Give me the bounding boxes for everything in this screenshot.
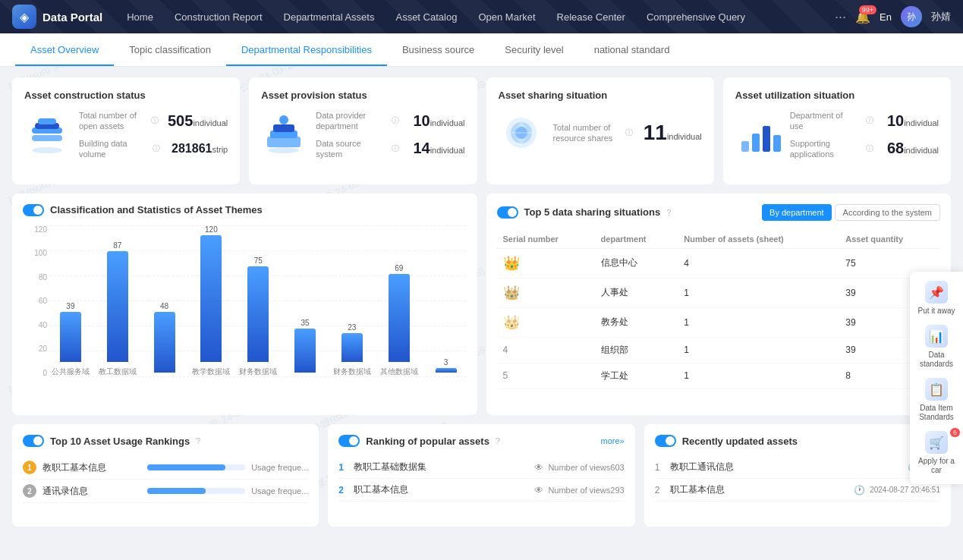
nav-asset-catalog[interactable]: Asset Catalog <box>386 0 466 33</box>
popular-panel: Ranking of popular assets ? more» 1 教职工基… <box>328 424 634 526</box>
chart-toggle[interactable] <box>23 204 44 216</box>
stat-building-data: Building data volume ⓘ 281861strip <box>79 138 228 160</box>
tab-security-level[interactable]: Security level <box>489 33 578 66</box>
table-row: 4 组织部 1 39 <box>497 337 941 363</box>
sharing-title: Asset sharing situation <box>499 90 702 101</box>
language-button[interactable]: En <box>880 11 892 23</box>
nav-right: ··· 🔔 99+ En 孙 孙婧 <box>835 6 951 27</box>
col-quantity: Asset quantity <box>839 230 940 249</box>
float-apply-car[interactable]: 🛒 6 Apply for a car <box>916 431 957 475</box>
nav-open-market[interactable]: Open Market <box>469 0 544 33</box>
ranking-item-2: 2 通讯录信息 Usage freque... <box>23 480 308 503</box>
popular-item-1: 1 教职工基础数据集 👁 Number of views603 <box>338 456 624 479</box>
bottom-row: Top 10 Asset Usage Rankings ? 1 教职工基本信息 … <box>12 424 951 526</box>
rank-bar-1 <box>147 464 246 470</box>
svg-point-9 <box>279 115 288 124</box>
nav-comprehensive-query[interactable]: Comprehensive Query <box>637 0 754 33</box>
table-row: 👑 信息中心 4 75 <box>497 248 941 278</box>
tab-business-source[interactable]: Business source <box>387 33 489 66</box>
bar-group-5: 75 财务数据域 <box>238 225 279 377</box>
svg-rect-6 <box>267 137 301 147</box>
rank-name-1: 教职工基本信息 <box>42 461 141 474</box>
nav-construction-report[interactable]: Construction Report <box>165 0 272 33</box>
nav-release-center[interactable]: Release Center <box>548 0 634 33</box>
tab-topic-classification[interactable]: Topic classification <box>114 33 226 66</box>
bar-group-4: 120 教学数据域 <box>190 225 231 377</box>
bar-chart: 120 100 80 60 40 20 0 <box>23 225 467 392</box>
logo-icon: ◈ <box>12 5 36 29</box>
popular-toggle[interactable] <box>338 435 360 447</box>
rank-bar-2 <box>147 488 246 494</box>
bar-6[interactable] <box>294 329 316 373</box>
nav-departmental-assets[interactable]: Departmental Assets <box>275 0 384 33</box>
chart-header: Classification and Statistics of Asset T… <box>23 204 467 216</box>
data-standards-label: Data standards <box>916 351 957 369</box>
svg-rect-14 <box>741 141 749 152</box>
rank-badge-2: 2 <box>23 484 36 498</box>
apply-car-label: Apply for a car <box>916 457 957 475</box>
bar-5[interactable] <box>247 266 269 362</box>
popular-header: Ranking of popular assets ? more» <box>338 435 624 447</box>
bar-9[interactable] <box>436 368 457 373</box>
recent-item-1: 1 教职工通讯信息 🕐 2024 <box>655 456 940 479</box>
recent-header: Recently updated assets <box>655 435 940 447</box>
tab-national-standard[interactable]: national standard <box>579 33 685 66</box>
btn-by-system[interactable]: According to the system <box>835 204 940 221</box>
put-away-icon: 📌 <box>925 281 948 304</box>
bar-3[interactable] <box>154 312 175 373</box>
table-row: 👑 人事处 1 39 <box>497 278 941 307</box>
bar-group-8: 69 其他数据域 <box>379 225 420 377</box>
construction-stats: Total number of open assets ⓘ 505individ… <box>79 110 228 159</box>
bar-7[interactable] <box>341 333 363 362</box>
table-row: 👑 教务处 1 39 <box>497 307 941 337</box>
data-item-standards-label: Data Item Standards <box>916 404 957 422</box>
popular-help[interactable]: ? <box>496 436 500 445</box>
float-data-item-standards[interactable]: 📋 Data Item Standards <box>916 378 957 422</box>
bar-2[interactable] <box>107 251 128 362</box>
stat-resource-shares: Total number of resource shares ⓘ 11indi… <box>553 121 702 145</box>
float-data-standards[interactable]: 📊 Data standards <box>916 325 957 369</box>
bar-group-6: 35 <box>285 225 326 377</box>
chart-title: Classification and Statistics of Asset T… <box>50 204 263 216</box>
nav-home[interactable]: Home <box>118 0 162 33</box>
more-button[interactable]: ··· <box>835 9 846 25</box>
logo[interactable]: ◈ Data Portal <box>12 5 102 29</box>
tab-asset-overview[interactable]: Asset Overview <box>15 33 114 66</box>
eye-icon-1: 👁 <box>534 462 543 473</box>
user-name[interactable]: 孙婧 <box>931 10 951 24</box>
apply-car-icon: 🛒 <box>925 431 948 454</box>
stat-provider-dept: Data provider department ⓘ 10individual <box>316 110 464 132</box>
stat-dept-use: Department of use ⓘ 10individual <box>790 110 939 132</box>
bar-8[interactable] <box>389 274 410 362</box>
stat-data-source: Data source system ⓘ 14individual <box>316 138 464 160</box>
notification-bell[interactable]: 🔔 99+ <box>855 10 870 24</box>
top10-toggle[interactable] <box>23 435 44 447</box>
recent-toggle[interactable] <box>655 435 676 447</box>
utilization-title: Asset utilization situation <box>735 90 939 101</box>
top10-title: Top 10 Asset Usage Rankings <box>50 436 190 447</box>
app-name: Data Portal <box>42 11 102 24</box>
avatar[interactable]: 孙 <box>901 6 922 27</box>
top5-help[interactable]: ? <box>666 208 671 217</box>
provision-card: Asset provision status Data provider dep… <box>249 77 477 184</box>
recent-title: Recently updated assets <box>682 436 798 447</box>
more-link[interactable]: more» <box>600 436 624 445</box>
notification-count: 99+ <box>859 5 876 14</box>
bar-1[interactable] <box>60 312 81 362</box>
tab-departmental-responsibilities[interactable]: Departmental Responsibilities <box>226 33 387 66</box>
rank-num-5: 5 <box>503 370 508 381</box>
popular-title: Ranking of popular assets <box>366 436 489 447</box>
top10-panel: Top 10 Asset Usage Rankings ? 1 教职工基本信息 … <box>12 424 319 526</box>
btn-by-dept[interactable]: By department <box>762 204 832 221</box>
eye-icon-2: 👁 <box>534 485 543 496</box>
top10-help[interactable]: ? <box>196 436 200 445</box>
bar-group-3: 48 <box>144 225 185 377</box>
sharing-icon <box>499 110 544 156</box>
bar-group-2: 87 教工数据域 <box>97 225 138 377</box>
middle-row: Classification and Statistics of Asset T… <box>12 193 951 415</box>
float-put-away[interactable]: 📌 Put it away <box>918 281 955 316</box>
clock-icon-2: 🕐 <box>854 485 865 496</box>
top5-toggle[interactable] <box>497 206 518 219</box>
rank-icon-3: 👑 <box>503 315 520 330</box>
bar-4[interactable] <box>200 235 222 362</box>
